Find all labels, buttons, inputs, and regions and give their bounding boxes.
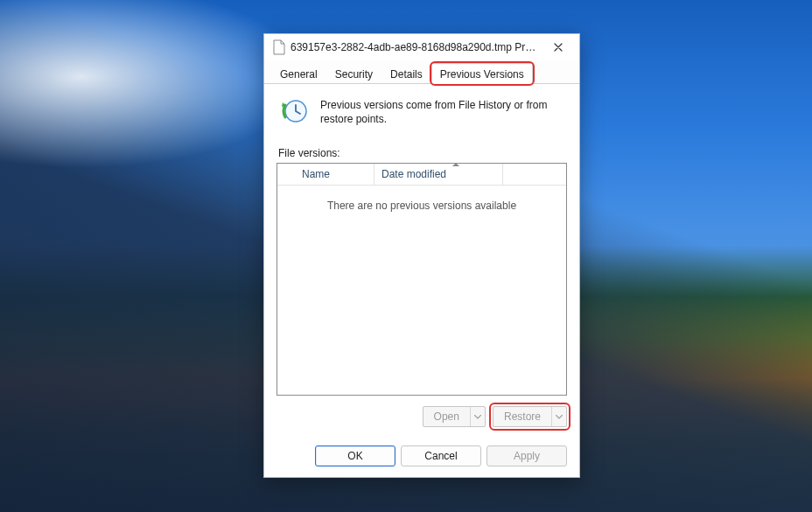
window-title: 639157e3-2882-4adb-ae89-8168d98a290d.tmp… (290, 41, 537, 53)
versions-empty-message: There are no previous versions available (277, 186, 566, 395)
column-headers: Name Date modified (277, 164, 566, 186)
info-row: Previous versions come from File History… (276, 93, 567, 138)
open-button-label: Open (424, 407, 470, 426)
restore-button-label: Restore (494, 407, 551, 426)
tab-security[interactable]: Security (326, 63, 382, 84)
open-button[interactable]: Open (423, 406, 486, 427)
restore-button[interactable]: Restore (493, 406, 567, 427)
tab-previous-versions[interactable]: Previous Versions (431, 63, 533, 84)
history-clock-icon (280, 96, 310, 126)
apply-button[interactable]: Apply (486, 445, 567, 466)
tab-details[interactable]: Details (382, 63, 431, 84)
tab-previous-versions-label: Previous Versions (440, 68, 524, 81)
column-spacer[interactable] (502, 164, 566, 185)
open-button-dropdown[interactable] (470, 407, 485, 426)
action-row: Open Restore (276, 396, 567, 427)
tab-strip: General Security Details Previous Versio… (264, 60, 579, 84)
restore-button-dropdown[interactable] (551, 407, 566, 426)
properties-dialog: 639157e3-2882-4adb-ae89-8168d98a290d.tmp… (263, 33, 580, 478)
dialog-footer: OK Cancel Apply (264, 433, 579, 477)
titlebar[interactable]: 639157e3-2882-4adb-ae89-8168d98a290d.tmp… (264, 34, 579, 60)
column-name[interactable]: Name (277, 164, 374, 185)
versions-list[interactable]: Name Date modified There are no previous… (276, 163, 567, 396)
close-button[interactable] (542, 35, 574, 60)
info-text: Previous versions come from File History… (320, 96, 567, 126)
tab-general[interactable]: General (271, 63, 326, 84)
cancel-button[interactable]: Cancel (401, 445, 481, 466)
file-icon (273, 39, 285, 55)
sort-caret-icon (452, 163, 459, 166)
tab-content: Previous versions come from File History… (264, 84, 579, 433)
column-date-modified[interactable]: Date modified (374, 164, 502, 185)
file-versions-label: File versions: (278, 147, 567, 159)
ok-button[interactable]: OK (315, 445, 396, 466)
